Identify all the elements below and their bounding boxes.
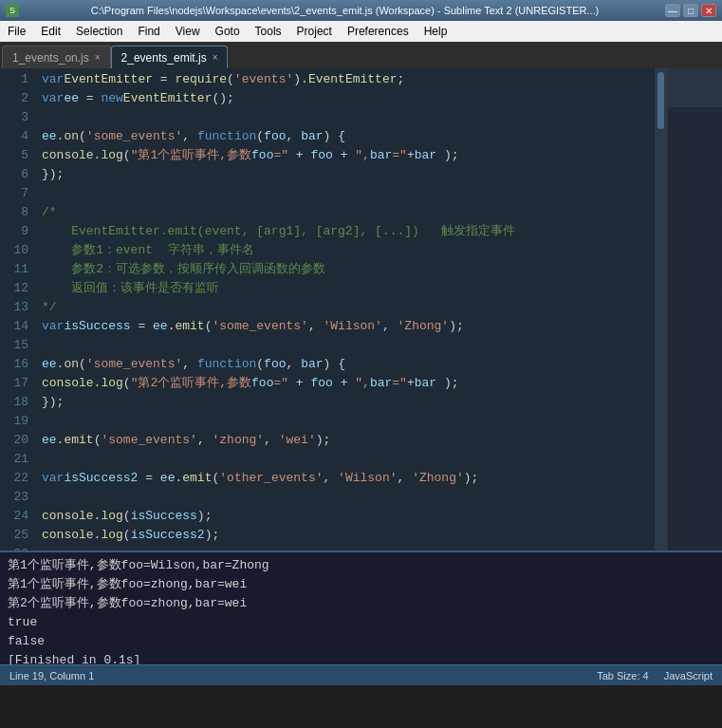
code-line xyxy=(42,545,655,551)
code-line: var isSuccess = ee.emit('some_events', '… xyxy=(42,317,655,336)
line-number: 19 xyxy=(0,412,28,431)
code-line: console.log("第2个监听事件,参数foo=" + foo + ",b… xyxy=(42,374,655,393)
scrollbar-area[interactable] xyxy=(655,68,667,551)
line-number: 24 xyxy=(0,507,28,526)
code-line: }); xyxy=(42,393,655,412)
line-number: 12 xyxy=(0,279,28,298)
code-line: var isSuccess2 = ee.emit('other_events',… xyxy=(42,469,655,488)
cursor-position: Line 19, Column 1 xyxy=(9,670,94,681)
line-number: 22 xyxy=(0,469,28,488)
code-line: }); xyxy=(42,165,655,184)
tab-size: Tab Size: 4 xyxy=(597,670,648,681)
code-line xyxy=(42,336,655,355)
code-line: console.log("第1个监听事件,参数foo=" + foo + ",b… xyxy=(42,146,655,165)
title-text: C:\Program Files\nodejs\Workspace\events… xyxy=(25,5,665,16)
line-number: 11 xyxy=(0,260,28,279)
line-number: 20 xyxy=(0,431,28,450)
line-number: 6 xyxy=(0,165,28,184)
menu-item-view[interactable]: View xyxy=(168,21,208,42)
line-number: 18 xyxy=(0,393,28,412)
terminal-line: true xyxy=(8,613,714,632)
menu-item-goto[interactable]: Goto xyxy=(208,21,248,42)
minimap xyxy=(667,68,722,551)
line-number: 13 xyxy=(0,298,28,317)
menu-item-help[interactable]: Help xyxy=(417,21,455,42)
code-line: EventEmitter.emit(event, [arg1], [arg2],… xyxy=(42,222,655,241)
terminal-line: false xyxy=(8,632,714,651)
menu-item-edit[interactable]: Edit xyxy=(33,21,68,42)
menu-item-file[interactable]: File xyxy=(0,21,33,42)
terminal-line: 第1个监听事件,参数foo=zhong,bar=wei xyxy=(8,575,714,594)
code-area[interactable]: var EventEmitter = require('events').Eve… xyxy=(36,68,655,551)
line-number: 10 xyxy=(0,241,28,260)
line-number: 5 xyxy=(0,146,28,165)
minimap-content xyxy=(668,68,722,551)
close-button[interactable]: ✕ xyxy=(701,4,716,17)
editor: 1234567891011121314151617181920212223242… xyxy=(0,68,722,551)
terminal-output: 第1个监听事件,参数foo=Wilson,bar=Zhong第1个监听事件,参数… xyxy=(0,551,722,664)
line-number: 14 xyxy=(0,317,28,336)
maximize-button[interactable]: □ xyxy=(683,4,698,17)
code-line xyxy=(42,108,655,127)
app-icon: S xyxy=(6,4,19,17)
minimize-button[interactable]: — xyxy=(665,4,680,17)
line-number: 8 xyxy=(0,203,28,222)
line-number: 3 xyxy=(0,108,28,127)
status-bar: Line 19, Column 1 Tab Size: 4 JavaScript xyxy=(0,664,722,685)
window-controls[interactable]: — □ ✕ xyxy=(665,4,716,17)
line-number: 1 xyxy=(0,70,28,89)
code-line: */ xyxy=(42,298,655,317)
terminal-line: [Finished in 0.1s] xyxy=(8,651,714,664)
scrollbar-track[interactable] xyxy=(655,68,667,551)
terminal-line: 第2个监听事件,参数foo=zhong,bar=wei xyxy=(8,594,714,613)
line-number: 17 xyxy=(0,374,28,393)
line-numbers: 1234567891011121314151617181920212223242… xyxy=(0,68,36,551)
code-line: ee.on('some_events', function(foo, bar) … xyxy=(42,355,655,374)
line-number: 9 xyxy=(0,222,28,241)
code-line: 参数2：可选参数，按顺序传入回调函数的参数 xyxy=(42,260,655,279)
line-number: 4 xyxy=(0,127,28,146)
scrollbar-thumb[interactable] xyxy=(657,72,664,129)
status-right: Tab Size: 4 JavaScript xyxy=(597,670,713,681)
line-number: 2 xyxy=(0,89,28,108)
code-line xyxy=(42,488,655,507)
code-line xyxy=(42,184,655,203)
code-line xyxy=(42,450,655,469)
code-line: ee.on('some_events', function(foo, bar) … xyxy=(42,127,655,146)
menu-item-project[interactable]: Project xyxy=(289,21,340,42)
tab-label: 1_events_on.js xyxy=(12,51,89,65)
line-number: 15 xyxy=(0,336,28,355)
menu-item-tools[interactable]: Tools xyxy=(248,21,289,42)
code-line: var ee = new EventEmitter(); xyxy=(42,89,655,108)
menu-bar: FileEditSelectionFindViewGotoToolsProjec… xyxy=(0,21,722,42)
menu-item-find[interactable]: Find xyxy=(130,21,167,42)
status-left: Line 19, Column 1 xyxy=(9,670,94,681)
tab-bar: 1_events_on.js×2_events_emit.js× xyxy=(0,42,722,68)
tab-2_events_emit-js[interactable]: 2_events_emit.js× xyxy=(111,46,229,68)
code-line xyxy=(42,412,655,431)
line-number: 23 xyxy=(0,488,28,507)
title-bar: S C:\Program Files\nodejs\Workspace\even… xyxy=(0,0,722,21)
line-number: 7 xyxy=(0,184,28,203)
code-line: console.log(isSuccess); xyxy=(42,507,655,526)
code-line: var EventEmitter = require('events').Eve… xyxy=(42,70,655,89)
line-number: 26 xyxy=(0,545,28,551)
menu-item-preferences[interactable]: Preferences xyxy=(340,21,417,42)
code-line: console.log(isSuccess2); xyxy=(42,526,655,545)
tab-label: 2_events_emit.js xyxy=(121,51,207,65)
tab-close-icon[interactable]: × xyxy=(213,52,218,63)
line-number: 25 xyxy=(0,526,28,545)
line-number: 21 xyxy=(0,450,28,469)
code-line: 参数1：event 字符串，事件名 xyxy=(42,241,655,260)
language-mode: JavaScript xyxy=(664,670,713,681)
menu-item-selection[interactable]: Selection xyxy=(68,21,130,42)
tab-1_events_on-js[interactable]: 1_events_on.js× xyxy=(2,46,111,68)
line-number: 16 xyxy=(0,355,28,374)
code-line: 返回值：该事件是否有监听 xyxy=(42,279,655,298)
code-line: /* xyxy=(42,203,655,222)
code-line: ee.emit('some_events', 'zhong', 'wei'); xyxy=(42,431,655,450)
tab-close-icon[interactable]: × xyxy=(95,52,101,63)
terminal-line: 第1个监听事件,参数foo=Wilson,bar=Zhong xyxy=(8,556,714,575)
